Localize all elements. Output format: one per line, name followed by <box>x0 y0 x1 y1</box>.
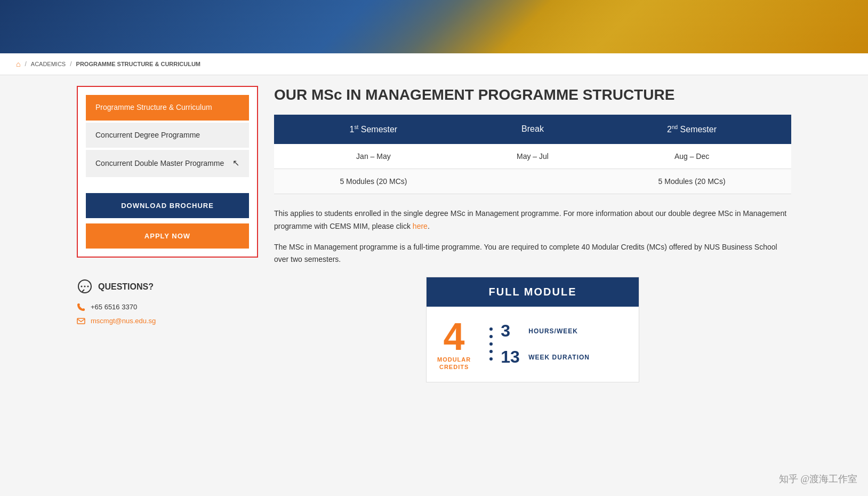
sidebar-item-label: Concurrent Double Master Programme <box>95 158 224 169</box>
description-paragraph1: This applies to students enrolled in the… <box>274 207 791 233</box>
table-row: Jan – May May – Jul Aug – Dec <box>274 144 791 169</box>
dot3 <box>489 342 493 346</box>
hours-label: HOURS/WEEK <box>528 327 578 335</box>
module-right: 3 HOURS/WEEK 13 WEEK DURATION <box>501 321 628 367</box>
page-title: OUR MSc IN MANAGEMENT PROGRAMME STRUCTUR… <box>274 86 791 104</box>
questions-label: QUESTIONS? <box>98 282 154 292</box>
download-brochure-button[interactable]: DOWNLOAD BROCHURE <box>86 193 249 218</box>
phone-contact: +65 6516 3370 <box>77 303 258 311</box>
svg-point-1 <box>81 285 83 287</box>
cell-modules2: 5 Modules (20 MCs) <box>592 169 791 194</box>
sidebar-item-concurrent-double-master[interactable]: Concurrent Double Master Programme ↖ <box>86 150 249 177</box>
questions-title: QUESTIONS? <box>77 279 258 295</box>
header-semester2: 2nd Semester <box>592 115 791 144</box>
main-container: Programme Structure & Curriculum Concurr… <box>61 75 807 393</box>
dot5 <box>489 357 493 361</box>
sidebar-buttons: DOWNLOAD BROCHURE APPLY NOW <box>86 193 249 249</box>
hours-number: 3 <box>501 321 522 341</box>
email-contact: mscmgt@nus.edu.sg <box>77 317 258 325</box>
dot2 <box>489 335 493 338</box>
description-paragraph2: The MSc in Management programme is a ful… <box>274 241 791 267</box>
sidebar-item-programme-structure[interactable]: Programme Structure & Curriculum <box>86 95 249 121</box>
breadcrumb-separator2: / <box>70 60 71 68</box>
sidebar-item-concurrent-degree[interactable]: Concurrent Degree Programme <box>86 123 249 148</box>
cursor-indicator: ↖ <box>232 157 239 169</box>
module-left: 4 MODULARCREDITS <box>437 317 481 371</box>
cell-aug-dec: Aug – Dec <box>592 144 791 169</box>
dot4 <box>489 350 493 353</box>
phone-number: +65 6516 3370 <box>91 303 137 311</box>
cell-modules1: 5 Modules (20 MCs) <box>274 169 473 194</box>
weeks-number: 13 <box>501 347 522 367</box>
email-link[interactable]: mscmgt@nus.edu.sg <box>91 317 156 325</box>
chat-bubble-icon <box>77 279 93 295</box>
table-row: 5 Modules (20 MCs) 5 Modules (20 MCs) <box>274 169 791 194</box>
weeks-label: WEEK DURATION <box>528 354 590 361</box>
svg-point-3 <box>87 285 89 287</box>
cell-modules-break <box>473 169 592 194</box>
header-break: Break <box>473 115 592 144</box>
dot1 <box>489 327 493 331</box>
weeks-stat: 13 WEEK DURATION <box>501 347 628 367</box>
breadcrumb-academics[interactable]: ACADEMICS <box>31 61 66 67</box>
modular-credits-label: MODULARCREDITS <box>437 356 471 371</box>
header-semester1: 1st Semester <box>274 115 473 144</box>
home-icon[interactable]: ⌂ <box>16 60 20 68</box>
svg-point-2 <box>84 285 86 287</box>
apply-now-button[interactable]: APPLY NOW <box>86 223 249 249</box>
module-divider <box>481 327 501 361</box>
schedule-table: 1st Semester Break 2nd Semester Jan – Ma… <box>274 115 791 194</box>
header-banner <box>0 0 868 53</box>
questions-section: QUESTIONS? +65 6516 3370 mscmgt@nus.edu.… <box>77 271 258 339</box>
breadcrumb-separator: / <box>25 60 26 68</box>
full-module-container: FULL MODULE 4 MODULARCREDITS <box>274 277 791 382</box>
modular-credits-number: 4 <box>437 317 471 356</box>
sidebar-box: Programme Structure & Curriculum Concurr… <box>77 86 258 258</box>
phone-icon <box>77 303 85 311</box>
cell-may-jul: May – Jul <box>473 144 592 169</box>
here-link[interactable]: here <box>413 222 428 230</box>
full-module-content: 4 MODULARCREDITS 3 HOURS/WEEK <box>427 307 639 382</box>
breadcrumb: ⌂ / ACADEMICS / PROGRAMME STRUCTURE & CU… <box>0 53 868 75</box>
svg-rect-4 <box>77 318 85 324</box>
content-area: OUR MSc IN MANAGEMENT PROGRAMME STRUCTUR… <box>274 86 791 382</box>
cell-jan-may: Jan – May <box>274 144 473 169</box>
sidebar: Programme Structure & Curriculum Concurr… <box>77 86 258 382</box>
full-module-header: FULL MODULE <box>427 277 639 307</box>
full-module-box: FULL MODULE 4 MODULARCREDITS <box>426 277 639 382</box>
email-icon <box>77 317 85 325</box>
table-header-row: 1st Semester Break 2nd Semester <box>274 115 791 144</box>
hours-stat: 3 HOURS/WEEK <box>501 321 628 341</box>
breadcrumb-current: PROGRAMME STRUCTURE & CURRICULUM <box>76 61 200 67</box>
